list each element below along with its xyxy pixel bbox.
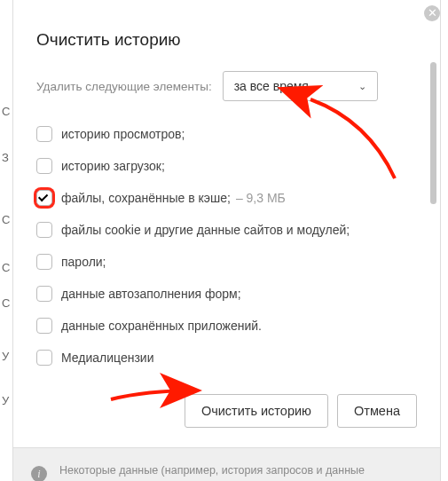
option-label: Медиалицензии: [61, 351, 154, 365]
option-row: данные автозаполнения форм;: [36, 286, 417, 302]
option-label: файлы cookie и другие данные сайтов и мо…: [61, 223, 350, 237]
option-row: историю просмотров;: [36, 126, 417, 142]
option-label: данные автозаполнения форм;: [61, 287, 241, 301]
dialog-title: Очистить историю: [13, 0, 440, 59]
time-range-label: Удалить следующие элементы:: [36, 80, 212, 93]
dialog-footer: i Некоторые данные (например, история за…: [13, 447, 440, 481]
option-checkbox[interactable]: [36, 222, 52, 238]
options-list: историю просмотров;историю загрузок;файл…: [36, 126, 417, 366]
option-row: историю загрузок;: [36, 158, 417, 174]
option-extra: – 9,3 МБ: [236, 191, 286, 205]
dialog-body: Удалить следующие элементы: за все время…: [13, 59, 440, 382]
option-checkbox[interactable]: [36, 318, 52, 334]
time-range-select[interactable]: за все время ⌄: [223, 71, 378, 101]
option-checkbox[interactable]: [36, 126, 52, 142]
option-checkbox[interactable]: [36, 190, 52, 206]
footer-text: Некоторые данные (например, история запр…: [59, 462, 422, 481]
scrollbar-thumb[interactable]: [430, 62, 436, 204]
background-page-fragment: С З С С С У У: [0, 0, 12, 481]
chevron-down-icon: ⌄: [358, 81, 366, 92]
dialog-actions: Очистить историю Отмена: [13, 382, 440, 447]
option-label: пароли;: [61, 255, 106, 269]
option-checkbox[interactable]: [36, 350, 52, 366]
clear-history-dialog: ✕ Очистить историю Удалить следующие эле…: [12, 0, 441, 481]
option-row: Медиалицензии: [36, 350, 417, 366]
option-row: данные сохранённых приложений.: [36, 318, 417, 334]
info-icon: i: [31, 466, 47, 481]
option-row: файлы, сохранённые в кэше;– 9,3 МБ: [36, 190, 417, 206]
option-label: историю загрузок;: [61, 159, 165, 173]
option-label: историю просмотров;: [61, 127, 185, 141]
option-checkbox[interactable]: [36, 286, 52, 302]
time-range-value: за все время: [234, 79, 309, 93]
option-label: данные сохранённых приложений.: [61, 319, 262, 333]
time-range-row: Удалить следующие элементы: за все время…: [36, 71, 417, 101]
option-checkbox[interactable]: [36, 158, 52, 174]
clear-history-button[interactable]: Очистить историю: [185, 394, 328, 428]
cancel-button[interactable]: Отмена: [337, 394, 417, 428]
check-icon: [38, 192, 48, 201]
option-checkbox[interactable]: [36, 254, 52, 270]
option-label: файлы, сохранённые в кэше;: [61, 191, 231, 205]
close-icon[interactable]: ✕: [424, 5, 440, 21]
option-row: пароли;: [36, 254, 417, 270]
option-row: файлы cookie и другие данные сайтов и мо…: [36, 222, 417, 238]
